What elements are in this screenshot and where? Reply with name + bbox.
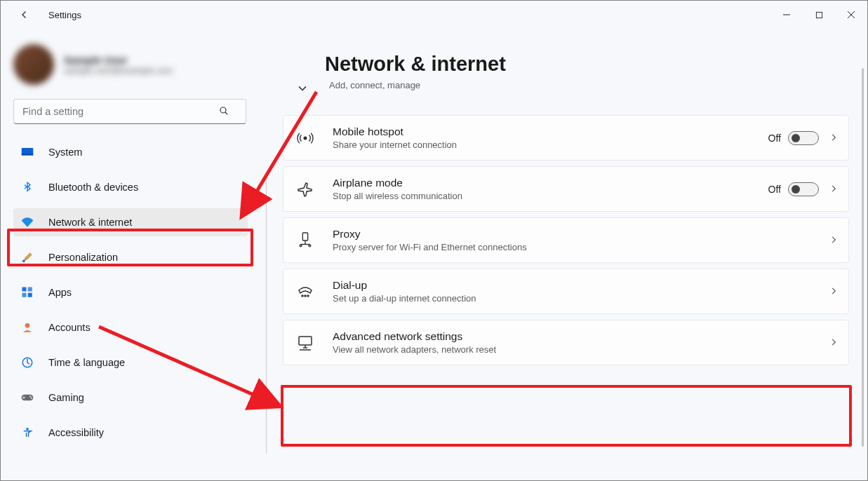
chevron-right-icon	[829, 337, 840, 348]
card-dial-up[interactable]: Dial-up Set up a dial-up internet connec…	[283, 269, 849, 314]
settings-window: Settings Sample User sample.user@example…	[0, 0, 868, 481]
search-input[interactable]	[13, 99, 246, 124]
card-title: Airplane mode	[333, 177, 750, 189]
vpn-subtitle: Add, connect, manage	[329, 80, 420, 90]
svg-point-13	[25, 323, 30, 328]
sidebar-item-label: Apps	[48, 287, 72, 298]
svg-rect-28	[299, 337, 312, 345]
card-advanced-network-settings[interactable]: Advanced network settings View all netwo…	[283, 320, 849, 365]
sidebar-item-personalization[interactable]: Personalization	[13, 243, 248, 271]
vpn-row-collapsed[interactable]: Add, connect, manage	[295, 80, 853, 109]
system-icon	[20, 145, 34, 159]
window-controls	[770, 1, 867, 29]
toggle-thumb	[792, 134, 800, 142]
sidebar-nav: System Bluetooth & devices Network & int…	[13, 138, 248, 454]
sidebar-item-accounts[interactable]: Accounts	[13, 313, 248, 341]
svg-rect-7	[22, 154, 34, 155]
maximize-button[interactable]	[803, 1, 835, 29]
body: Sample User sample.user@example.com Syst…	[1, 29, 867, 480]
sidebar-item-label: Accessibility	[48, 427, 104, 438]
sidebar-item-gaming[interactable]: Gaming	[13, 384, 248, 412]
titlebar-left: Settings	[18, 8, 81, 22]
apps-icon	[20, 285, 34, 299]
card-proxy[interactable]: Proxy Proxy server for Wi-Fi and Etherne…	[283, 217, 849, 263]
svg-point-27	[307, 295, 309, 297]
svg-rect-10	[28, 287, 32, 292]
card-mobile-hotspot[interactable]: Mobile hotspot Share your internet conne…	[283, 115, 849, 161]
svg-point-26	[305, 295, 306, 297]
sidebar-item-bluetooth[interactable]: Bluetooth & devices	[13, 173, 248, 201]
avatar	[13, 44, 54, 85]
minimize-icon	[782, 11, 791, 19]
sidebar-item-label: System	[48, 147, 82, 158]
search-box	[13, 99, 243, 124]
chevron-down-icon	[295, 81, 309, 98]
sidebar-item-time-language[interactable]: Time & language	[13, 348, 248, 377]
svg-point-17	[31, 398, 32, 399]
user-text: Sample User sample.user@example.com	[64, 54, 173, 76]
card-airplane-mode[interactable]: Airplane mode Stop all wireless communic…	[283, 166, 849, 212]
svg-rect-9	[22, 287, 27, 292]
sidebar-item-label: Network & internet	[48, 217, 132, 228]
svg-rect-12	[28, 293, 32, 297]
sidebar-item-system[interactable]: System	[13, 138, 248, 166]
toggle-label: Off	[768, 184, 781, 195]
titlebar: Settings	[1, 1, 867, 29]
svg-point-16	[29, 395, 31, 397]
svg-point-4	[220, 107, 226, 113]
user-name: Sample User	[64, 54, 173, 66]
sidebar-item-network[interactable]: Network & internet	[13, 208, 248, 236]
card-title: Proxy	[333, 228, 810, 240]
airplane-icon	[296, 180, 314, 198]
globe-clock-icon	[20, 355, 34, 370]
monitor-network-icon	[296, 334, 314, 352]
card-right: Off	[768, 182, 840, 196]
sidebar-item-label: Gaming	[48, 392, 84, 403]
brush-icon	[20, 250, 34, 264]
bluetooth-icon	[20, 180, 34, 194]
sidebar-item-apps[interactable]: Apps	[13, 278, 248, 306]
card-title: Mobile hotspot	[333, 126, 750, 138]
user-block[interactable]: Sample User sample.user@example.com	[13, 44, 248, 85]
user-email: sample.user@example.com	[64, 66, 173, 76]
toggle-thumb	[792, 185, 800, 194]
close-button[interactable]	[835, 1, 867, 29]
svg-point-23	[300, 244, 302, 246]
hotspot-icon	[296, 129, 314, 147]
card-subtitle: Stop all wireless communication	[333, 191, 750, 201]
close-icon	[847, 11, 855, 19]
card-subtitle: Set up a dial-up internet connection	[333, 293, 810, 304]
sidebar-item-accessibility[interactable]: Accessibility	[13, 419, 248, 447]
content-area: Network & internet Add, connect, manage …	[253, 29, 867, 480]
svg-rect-11	[22, 293, 27, 297]
card-right	[829, 337, 840, 348]
hotspot-toggle[interactable]: Off	[768, 131, 819, 145]
minimize-button[interactable]	[770, 1, 803, 29]
sidebar: Sample User sample.user@example.com Syst…	[1, 29, 253, 480]
svg-rect-20	[302, 233, 307, 240]
chevron-right-icon	[829, 133, 840, 144]
card-right: Off	[768, 131, 840, 145]
airplane-toggle[interactable]: Off	[768, 182, 819, 196]
svg-point-8	[22, 259, 25, 262]
sidebar-item-label: Bluetooth & devices	[48, 182, 138, 193]
accessibility-icon	[20, 426, 34, 440]
card-subtitle: Share your internet connection	[333, 140, 750, 150]
search-icon	[218, 105, 231, 118]
svg-point-19	[304, 137, 307, 140]
proxy-icon	[296, 231, 314, 250]
card-right	[829, 286, 840, 297]
chevron-right-icon	[829, 184, 840, 195]
chevron-right-icon	[829, 286, 840, 297]
svg-line-5	[225, 112, 227, 114]
back-button[interactable]	[18, 8, 32, 22]
card-title: Advanced network settings	[333, 330, 810, 343]
sidebar-item-label: Personalization	[48, 252, 118, 263]
card-body: Dial-up Set up a dial-up internet connec…	[333, 279, 810, 304]
content-scrollbar[interactable]	[862, 68, 864, 447]
toggle-track	[788, 182, 819, 196]
card-body: Proxy Proxy server for Wi-Fi and Etherne…	[333, 228, 810, 252]
svg-point-18	[26, 428, 29, 431]
gamepad-icon	[20, 391, 34, 405]
toggle-track	[788, 131, 819, 145]
